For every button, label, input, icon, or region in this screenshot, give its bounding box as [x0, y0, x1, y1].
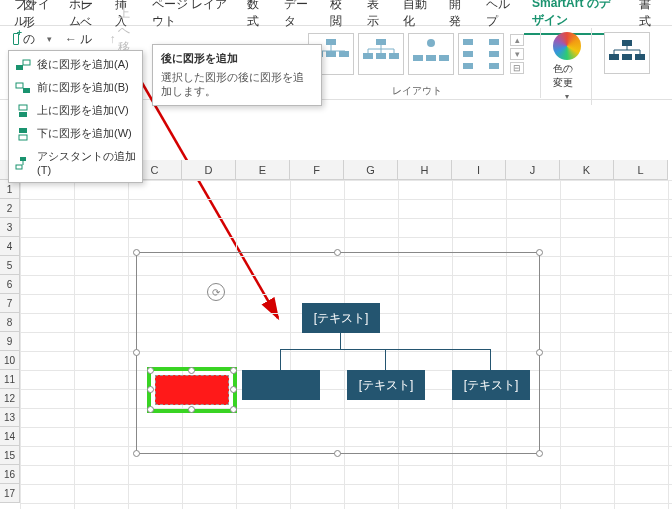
svg-rect-38	[635, 54, 645, 60]
colhead[interactable]: L	[614, 160, 668, 180]
rowhead[interactable]: 4	[0, 237, 20, 256]
org-child-2[interactable]: [テキスト]	[347, 370, 425, 400]
dd-add-above[interactable]: 上に図形を追加(V)	[9, 99, 142, 122]
rowhead[interactable]: 2	[0, 199, 20, 218]
gallery-down-icon[interactable]: ▾	[510, 48, 524, 60]
svg-rect-7	[19, 135, 27, 140]
resize-handle[interactable]	[334, 249, 341, 256]
resize-handle[interactable]	[230, 406, 237, 413]
colhead[interactable]: I	[452, 160, 506, 180]
rowhead[interactable]: 16	[0, 465, 20, 484]
svg-rect-5	[19, 112, 27, 117]
selected-red-shape[interactable]	[155, 375, 229, 405]
colhead[interactable]: K	[560, 160, 614, 180]
org-top-node[interactable]: [テキスト]	[302, 303, 380, 333]
resize-handle[interactable]	[188, 367, 195, 374]
layout-group: ▴ ▾ ⊟ レイアウト	[304, 28, 541, 98]
resize-handle[interactable]	[536, 450, 543, 457]
rowhead[interactable]: 7	[0, 294, 20, 313]
svg-rect-31	[463, 51, 473, 57]
dd-add-assistant[interactable]: アシスタントの追加(T)	[9, 145, 142, 180]
colhead[interactable]: H	[398, 160, 452, 180]
move-up-button[interactable]: ↑ 上へ移動	[105, 28, 138, 50]
resize-handle[interactable]	[334, 450, 341, 457]
layout-thumb-4[interactable]	[458, 33, 504, 75]
add-before-icon	[15, 81, 31, 95]
cells-grid[interactable]: ⟳ [テキスト] [テキスト] [テキスト]	[20, 180, 672, 509]
add-below-icon	[15, 127, 31, 141]
layout-thumb-3[interactable]	[408, 33, 454, 75]
resize-handle[interactable]	[188, 406, 195, 413]
org-child-1[interactable]	[242, 370, 320, 400]
promote-button[interactable]: ← レベル上げ	[61, 28, 101, 50]
rowhead[interactable]: 12	[0, 389, 20, 408]
colhead[interactable]: D	[182, 160, 236, 180]
svg-rect-2	[16, 83, 23, 88]
rowhead[interactable]: 6	[0, 275, 20, 294]
svg-rect-6	[19, 128, 27, 133]
svg-rect-32	[489, 51, 499, 57]
add-shape-icon	[13, 33, 19, 45]
svg-rect-10	[16, 165, 22, 169]
dd-add-after[interactable]: 後に図形を追加(A)	[9, 53, 142, 76]
ribbon: 図形の追加 ▾ ← レベル上げ ↑ 上へ移動 後に図形を追加(A) 前に図形を追…	[0, 26, 672, 100]
resize-handle[interactable]	[147, 367, 154, 374]
svg-rect-33	[463, 63, 473, 69]
org-child-3[interactable]: [テキスト]	[452, 370, 530, 400]
change-colors-label: 色の変更	[553, 62, 581, 90]
svg-rect-37	[622, 54, 632, 60]
resize-handle[interactable]	[230, 367, 237, 374]
dd-add-above-label: 上に図形を追加(V)	[37, 103, 129, 118]
svg-rect-30	[489, 39, 499, 45]
rowhead[interactable]: 8	[0, 313, 20, 332]
resize-handle[interactable]	[147, 406, 154, 413]
spreadsheet: A B C D E F G H I J K L 1 2 3 4 5 6 7 8 …	[0, 160, 672, 509]
resize-handle[interactable]	[536, 249, 543, 256]
colhead[interactable]: G	[344, 160, 398, 180]
chevron-down-icon: ▾	[565, 92, 569, 101]
resize-handle[interactable]	[536, 349, 543, 356]
svg-rect-18	[363, 53, 373, 59]
rowhead[interactable]: 13	[0, 408, 20, 427]
tooltip-title: 後に図形を追加	[161, 51, 313, 66]
dd-add-below[interactable]: 下に図形を追加(W)	[9, 122, 142, 145]
add-shape-button[interactable]: 図形の追加 ▾	[8, 28, 57, 50]
dd-add-before[interactable]: 前に図形を追加(B)	[9, 76, 142, 99]
gallery-up-icon[interactable]: ▴	[510, 34, 524, 46]
layout-group-label: レイアウト	[392, 82, 442, 98]
style-thumb-1[interactable]	[604, 32, 650, 74]
rowhead[interactable]: 10	[0, 351, 20, 370]
svg-rect-28	[439, 55, 449, 61]
smartart-frame[interactable]: ⟳ [テキスト] [テキスト] [テキスト]	[136, 252, 540, 454]
rowhead[interactable]: 17	[0, 484, 20, 503]
colhead[interactable]: F	[290, 160, 344, 180]
row-headers: 1 2 3 4 5 6 7 8 9 10 11 12 13 14 15 16 1…	[0, 180, 20, 509]
colhead[interactable]: J	[506, 160, 560, 180]
svg-rect-17	[376, 39, 386, 45]
gallery-more-icon[interactable]: ⊟	[510, 62, 524, 74]
styles-group	[600, 28, 664, 78]
layout-thumb-2[interactable]	[358, 33, 404, 75]
rowhead[interactable]: 9	[0, 332, 20, 351]
resize-handle[interactable]	[230, 386, 237, 393]
resize-handle[interactable]	[133, 349, 140, 356]
rowhead[interactable]: 14	[0, 427, 20, 446]
add-assistant-icon	[15, 156, 31, 170]
rowhead[interactable]: 5	[0, 256, 20, 275]
add-after-icon	[15, 58, 31, 72]
svg-rect-26	[413, 55, 423, 61]
resize-handle[interactable]	[133, 450, 140, 457]
svg-rect-1	[16, 65, 23, 70]
rotate-handle-icon[interactable]: ⟳	[207, 283, 225, 301]
change-colors-button[interactable]: 色の変更 ▾	[549, 28, 592, 105]
rowhead[interactable]: 3	[0, 218, 20, 237]
move-up-arrow-icon: ↑	[109, 32, 115, 46]
resize-handle[interactable]	[133, 249, 140, 256]
svg-rect-3	[23, 88, 30, 93]
colhead[interactable]: E	[236, 160, 290, 180]
resize-handle[interactable]	[147, 386, 154, 393]
rowhead[interactable]: 11	[0, 370, 20, 389]
svg-rect-8	[20, 157, 26, 161]
rowhead[interactable]: 15	[0, 446, 20, 465]
add-shape-dropdown: 後に図形を追加(A) 前に図形を追加(B) 上に図形を追加(V) 下に図形を追加…	[8, 50, 143, 183]
